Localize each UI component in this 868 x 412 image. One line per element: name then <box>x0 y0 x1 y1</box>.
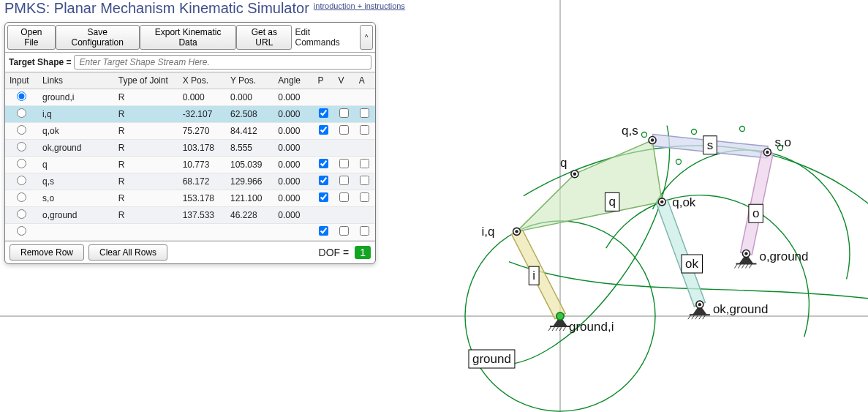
open-file-button[interactable]: Open File <box>7 25 56 50</box>
table-row[interactable]: qR10.773105.0390.000 <box>5 157 375 173</box>
input-radio[interactable] <box>17 226 26 236</box>
table-row[interactable]: q,okR75.27084.4120.000 <box>5 123 375 140</box>
cell-y[interactable]: 105.039 <box>226 157 273 173</box>
export-button[interactable]: Export Kinematic Data <box>140 25 236 50</box>
cell-angle[interactable]: 0.000 <box>273 157 313 173</box>
cell-angle[interactable]: 0.000 <box>273 173 313 190</box>
table-row[interactable] <box>5 224 375 241</box>
save-config-button[interactable]: Save Configuration <box>56 25 140 50</box>
cell-y[interactable] <box>226 224 273 241</box>
v-checkbox[interactable] <box>339 226 349 236</box>
cell-type[interactable]: R <box>114 173 178 190</box>
input-radio[interactable] <box>17 209 26 219</box>
get-url-button[interactable]: Get as URL <box>236 25 292 50</box>
cell-angle[interactable]: 0.000 <box>273 190 313 207</box>
cell-y[interactable]: 46.228 <box>226 207 273 224</box>
cell-links[interactable]: ground,i <box>38 89 114 106</box>
a-checkbox[interactable] <box>360 192 369 202</box>
v-checkbox[interactable] <box>339 125 349 135</box>
joint-pin[interactable] <box>571 171 578 178</box>
cell-y[interactable]: 62.508 <box>226 106 273 123</box>
cell-x[interactable] <box>178 224 226 241</box>
a-checkbox[interactable] <box>360 176 369 185</box>
a-checkbox[interactable] <box>360 226 369 236</box>
cell-links[interactable]: q <box>38 157 114 173</box>
cell-type[interactable]: R <box>114 123 178 140</box>
cell-y[interactable]: 121.100 <box>226 190 273 207</box>
table-row[interactable]: ground,iR0.0000.0000.000 <box>5 89 375 106</box>
table-row[interactable]: o,groundR137.53346.2280.000 <box>5 207 375 224</box>
cell-angle[interactable]: 0.000 <box>273 140 313 157</box>
cell-x[interactable]: 153.178 <box>178 190 226 207</box>
intro-link[interactable]: introduction + instructions <box>314 0 405 10</box>
cell-x[interactable]: 68.172 <box>178 173 226 190</box>
cell-x[interactable]: 137.533 <box>178 207 226 224</box>
cell-y[interactable]: 129.966 <box>226 173 273 190</box>
cell-x[interactable]: 75.270 <box>178 123 226 140</box>
cell-links[interactable]: q,s <box>38 173 114 190</box>
cell-angle[interactable] <box>273 224 313 241</box>
cell-angle[interactable]: 0.000 <box>273 207 313 224</box>
joint-label: q,s <box>622 124 638 138</box>
cell-links[interactable]: ok,ground <box>38 140 114 157</box>
cell-x[interactable]: 0.000 <box>178 89 226 106</box>
input-radio[interactable] <box>17 142 26 151</box>
a-checkbox[interactable] <box>360 108 369 118</box>
joint-pin[interactable] <box>763 149 771 156</box>
cell-y[interactable]: 8.555 <box>226 140 273 157</box>
cell-angle[interactable]: 0.000 <box>273 89 313 106</box>
cell-y[interactable]: 0.000 <box>226 89 273 106</box>
table-row[interactable]: q,sR68.172129.9660.000 <box>5 173 375 190</box>
joint-pin[interactable] <box>556 312 564 320</box>
input-radio[interactable] <box>17 192 26 202</box>
p-checkbox[interactable] <box>319 226 328 236</box>
input-radio[interactable] <box>17 159 26 168</box>
p-checkbox[interactable] <box>319 176 328 185</box>
remove-row-button[interactable]: Remove Row <box>10 244 84 261</box>
target-shape-input[interactable] <box>74 55 371 70</box>
p-checkbox[interactable] <box>319 159 328 168</box>
p-checkbox[interactable] <box>319 125 328 135</box>
table-row[interactable]: s,oR153.178121.1000.000 <box>5 190 375 207</box>
table-row[interactable]: i,qR-32.10762.5080.000 <box>5 106 375 123</box>
cell-type[interactable] <box>114 224 178 241</box>
cell-x[interactable]: -32.107 <box>178 106 226 123</box>
a-checkbox[interactable] <box>360 125 369 135</box>
cell-angle[interactable]: 0.000 <box>273 106 313 123</box>
joint-pin[interactable] <box>649 137 656 144</box>
cell-type[interactable]: R <box>114 140 178 157</box>
cell-x[interactable]: 10.773 <box>178 157 226 173</box>
clear-rows-button[interactable]: Clear All Rows <box>88 244 167 261</box>
v-checkbox[interactable] <box>339 159 349 168</box>
table-row[interactable]: ok,groundR103.1788.5550.000 <box>5 140 375 157</box>
input-radio[interactable] <box>17 108 26 118</box>
v-checkbox[interactable] <box>339 108 349 118</box>
joint-pin[interactable] <box>696 301 703 308</box>
cell-y[interactable]: 84.412 <box>226 123 273 140</box>
cell-angle[interactable]: 0.000 <box>273 123 313 140</box>
cell-links[interactable] <box>38 224 114 241</box>
cell-type[interactable]: R <box>114 157 178 173</box>
v-checkbox[interactable] <box>339 176 349 185</box>
cell-links[interactable]: i,q <box>38 106 114 123</box>
collapse-panel-button[interactable]: ^ <box>360 25 373 50</box>
cell-type[interactable]: R <box>114 190 178 207</box>
cell-links[interactable]: q,ok <box>38 123 114 140</box>
p-checkbox[interactable] <box>319 108 328 118</box>
cell-type[interactable]: R <box>114 207 178 224</box>
v-checkbox[interactable] <box>339 192 349 202</box>
input-radio[interactable] <box>17 176 26 185</box>
joint-pin[interactable] <box>742 250 750 257</box>
cell-links[interactable]: s,o <box>38 190 114 207</box>
cell-type[interactable]: R <box>114 106 178 123</box>
input-radio[interactable] <box>17 91 26 101</box>
a-checkbox[interactable] <box>360 159 369 168</box>
joint-pin[interactable] <box>658 198 665 206</box>
joint-label: q,ok <box>672 195 696 209</box>
p-checkbox[interactable] <box>319 192 328 202</box>
cell-links[interactable]: o,ground <box>38 207 114 224</box>
cell-x[interactable]: 103.178 <box>178 140 226 157</box>
cell-type[interactable]: R <box>114 89 178 106</box>
input-radio[interactable] <box>17 125 26 135</box>
joint-pin[interactable] <box>513 228 521 235</box>
